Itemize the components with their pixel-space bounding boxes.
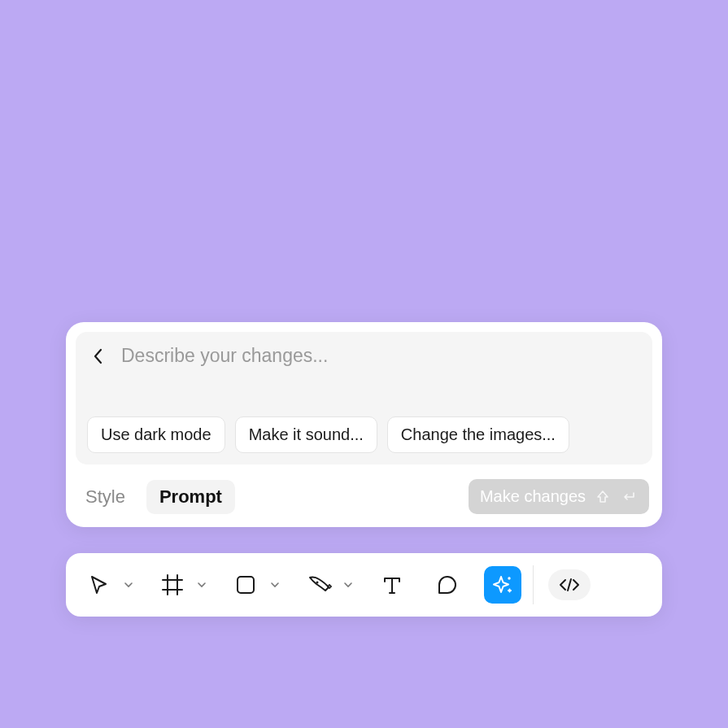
suggestion-chip-sound[interactable]: Make it sound... bbox=[235, 416, 377, 453]
suggestion-chips: Use dark mode Make it sound... Change th… bbox=[87, 416, 641, 453]
dev-mode-toggle[interactable] bbox=[548, 569, 591, 600]
comment-tool[interactable] bbox=[429, 566, 466, 604]
submit-label: Make changes bbox=[480, 487, 586, 506]
chevron-down-icon bbox=[198, 582, 206, 588]
code-icon bbox=[559, 578, 580, 592]
toolbar-divider bbox=[533, 565, 534, 604]
comment-icon bbox=[435, 573, 460, 597]
select-tool[interactable] bbox=[81, 566, 118, 604]
tab-style[interactable]: Style bbox=[79, 480, 138, 514]
prompt-area: Use dark mode Make it sound... Change th… bbox=[76, 332, 652, 464]
sparkle-icon bbox=[490, 573, 515, 597]
cursor-icon bbox=[87, 573, 111, 597]
pen-tool[interactable] bbox=[300, 566, 338, 604]
frame-tool[interactable] bbox=[154, 566, 191, 604]
svg-point-2 bbox=[508, 577, 510, 579]
panel-footer: Style Prompt Make changes bbox=[66, 471, 662, 527]
chevron-down-icon bbox=[271, 582, 279, 588]
select-tool-dropdown[interactable] bbox=[121, 566, 136, 604]
back-button[interactable] bbox=[87, 345, 110, 368]
svg-rect-0 bbox=[238, 577, 254, 593]
suggestion-chip-dark-mode[interactable]: Use dark mode bbox=[87, 416, 225, 453]
tab-prompt[interactable]: Prompt bbox=[146, 480, 235, 514]
return-key-icon bbox=[620, 488, 638, 506]
chevron-down-icon bbox=[124, 582, 133, 588]
prompt-input[interactable] bbox=[121, 342, 361, 369]
make-changes-button[interactable]: Make changes bbox=[469, 479, 649, 514]
text-tool[interactable] bbox=[373, 566, 411, 604]
pen-tool-dropdown[interactable] bbox=[341, 566, 355, 604]
rectangle-tool[interactable] bbox=[227, 566, 264, 604]
suggestion-chip-images[interactable]: Change the images... bbox=[387, 416, 569, 453]
svg-point-1 bbox=[316, 582, 319, 584]
frame-tool-dropdown[interactable] bbox=[194, 566, 209, 604]
text-icon bbox=[380, 573, 404, 597]
chevron-down-icon bbox=[344, 582, 352, 588]
shift-key-icon bbox=[594, 488, 612, 506]
ai-prompt-panel: Use dark mode Make it sound... Change th… bbox=[66, 322, 662, 527]
toolbar bbox=[66, 553, 662, 617]
pen-icon bbox=[306, 573, 332, 597]
rectangle-icon bbox=[233, 573, 258, 597]
frame-icon bbox=[160, 573, 185, 597]
rectangle-tool-dropdown[interactable] bbox=[268, 566, 282, 604]
ai-tool[interactable] bbox=[484, 566, 521, 604]
chevron-left-icon bbox=[93, 347, 104, 365]
